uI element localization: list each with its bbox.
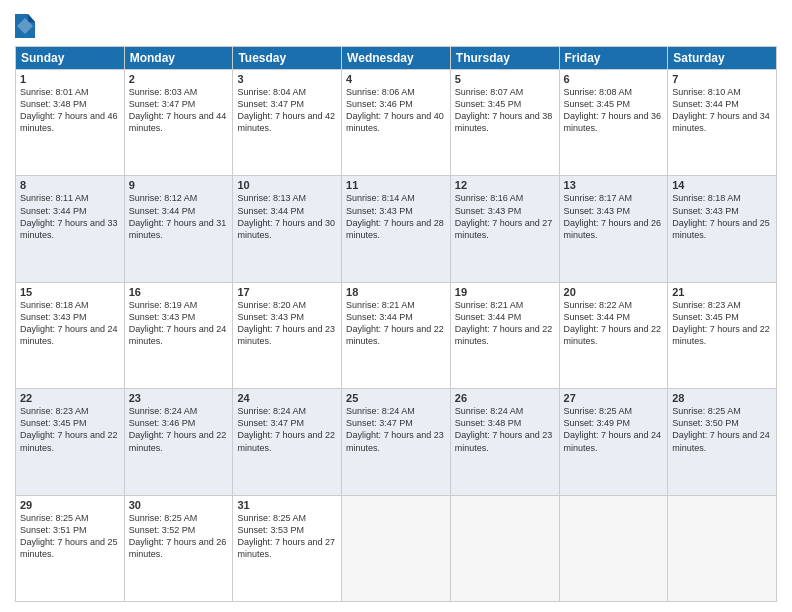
day-info: Sunrise: 8:06 AMSunset: 3:46 PMDaylight:…	[346, 86, 446, 135]
day-number: 29	[20, 499, 120, 511]
day-number: 27	[564, 392, 664, 404]
week-row-3: 15 Sunrise: 8:18 AMSunset: 3:43 PMDaylig…	[16, 282, 777, 388]
day-info: Sunrise: 8:25 AMSunset: 3:50 PMDaylight:…	[672, 405, 772, 454]
col-header-sunday: Sunday	[16, 47, 125, 70]
col-header-tuesday: Tuesday	[233, 47, 342, 70]
header-row: SundayMondayTuesdayWednesdayThursdayFrid…	[16, 47, 777, 70]
day-cell: 31 Sunrise: 8:25 AMSunset: 3:53 PMDaylig…	[233, 495, 342, 601]
day-cell: 13 Sunrise: 8:17 AMSunset: 3:43 PMDaylig…	[559, 176, 668, 282]
day-info: Sunrise: 8:23 AMSunset: 3:45 PMDaylight:…	[672, 299, 772, 348]
day-number: 18	[346, 286, 446, 298]
day-info: Sunrise: 8:03 AMSunset: 3:47 PMDaylight:…	[129, 86, 229, 135]
day-info: Sunrise: 8:07 AMSunset: 3:45 PMDaylight:…	[455, 86, 555, 135]
day-info: Sunrise: 8:04 AMSunset: 3:47 PMDaylight:…	[237, 86, 337, 135]
week-row-2: 8 Sunrise: 8:11 AMSunset: 3:44 PMDayligh…	[16, 176, 777, 282]
day-cell: 22 Sunrise: 8:23 AMSunset: 3:45 PMDaylig…	[16, 389, 125, 495]
day-cell: 23 Sunrise: 8:24 AMSunset: 3:46 PMDaylig…	[124, 389, 233, 495]
day-cell: 12 Sunrise: 8:16 AMSunset: 3:43 PMDaylig…	[450, 176, 559, 282]
day-cell: 3 Sunrise: 8:04 AMSunset: 3:47 PMDayligh…	[233, 70, 342, 176]
day-cell: 27 Sunrise: 8:25 AMSunset: 3:49 PMDaylig…	[559, 389, 668, 495]
day-info: Sunrise: 8:20 AMSunset: 3:43 PMDaylight:…	[237, 299, 337, 348]
day-number: 23	[129, 392, 229, 404]
day-number: 6	[564, 73, 664, 85]
day-info: Sunrise: 8:23 AMSunset: 3:45 PMDaylight:…	[20, 405, 120, 454]
day-number: 16	[129, 286, 229, 298]
day-cell: 14 Sunrise: 8:18 AMSunset: 3:43 PMDaylig…	[668, 176, 777, 282]
day-info: Sunrise: 8:19 AMSunset: 3:43 PMDaylight:…	[129, 299, 229, 348]
day-number: 28	[672, 392, 772, 404]
day-number: 2	[129, 73, 229, 85]
day-info: Sunrise: 8:08 AMSunset: 3:45 PMDaylight:…	[564, 86, 664, 135]
logo	[15, 14, 38, 38]
col-header-friday: Friday	[559, 47, 668, 70]
day-cell: 4 Sunrise: 8:06 AMSunset: 3:46 PMDayligh…	[342, 70, 451, 176]
day-number: 14	[672, 179, 772, 191]
day-number: 15	[20, 286, 120, 298]
day-number: 7	[672, 73, 772, 85]
day-number: 8	[20, 179, 120, 191]
day-cell: 11 Sunrise: 8:14 AMSunset: 3:43 PMDaylig…	[342, 176, 451, 282]
day-number: 5	[455, 73, 555, 85]
day-number: 1	[20, 73, 120, 85]
col-header-saturday: Saturday	[668, 47, 777, 70]
day-cell: 24 Sunrise: 8:24 AMSunset: 3:47 PMDaylig…	[233, 389, 342, 495]
day-info: Sunrise: 8:24 AMSunset: 3:47 PMDaylight:…	[346, 405, 446, 454]
day-info: Sunrise: 8:14 AMSunset: 3:43 PMDaylight:…	[346, 192, 446, 241]
day-cell: 5 Sunrise: 8:07 AMSunset: 3:45 PMDayligh…	[450, 70, 559, 176]
day-number: 26	[455, 392, 555, 404]
day-info: Sunrise: 8:24 AMSunset: 3:46 PMDaylight:…	[129, 405, 229, 454]
day-number: 19	[455, 286, 555, 298]
day-info: Sunrise: 8:18 AMSunset: 3:43 PMDaylight:…	[20, 299, 120, 348]
day-cell: 29 Sunrise: 8:25 AMSunset: 3:51 PMDaylig…	[16, 495, 125, 601]
day-cell: 25 Sunrise: 8:24 AMSunset: 3:47 PMDaylig…	[342, 389, 451, 495]
day-info: Sunrise: 8:18 AMSunset: 3:43 PMDaylight:…	[672, 192, 772, 241]
day-number: 11	[346, 179, 446, 191]
col-header-wednesday: Wednesday	[342, 47, 451, 70]
day-cell: 20 Sunrise: 8:22 AMSunset: 3:44 PMDaylig…	[559, 282, 668, 388]
day-info: Sunrise: 8:21 AMSunset: 3:44 PMDaylight:…	[455, 299, 555, 348]
week-row-5: 29 Sunrise: 8:25 AMSunset: 3:51 PMDaylig…	[16, 495, 777, 601]
day-number: 12	[455, 179, 555, 191]
day-info: Sunrise: 8:12 AMSunset: 3:44 PMDaylight:…	[129, 192, 229, 241]
day-number: 9	[129, 179, 229, 191]
day-info: Sunrise: 8:16 AMSunset: 3:43 PMDaylight:…	[455, 192, 555, 241]
day-cell: 19 Sunrise: 8:21 AMSunset: 3:44 PMDaylig…	[450, 282, 559, 388]
day-info: Sunrise: 8:25 AMSunset: 3:51 PMDaylight:…	[20, 512, 120, 561]
day-number: 20	[564, 286, 664, 298]
day-info: Sunrise: 8:11 AMSunset: 3:44 PMDaylight:…	[20, 192, 120, 241]
calendar: SundayMondayTuesdayWednesdayThursdayFrid…	[15, 46, 777, 602]
day-cell: 26 Sunrise: 8:24 AMSunset: 3:48 PMDaylig…	[450, 389, 559, 495]
week-row-4: 22 Sunrise: 8:23 AMSunset: 3:45 PMDaylig…	[16, 389, 777, 495]
day-cell: 15 Sunrise: 8:18 AMSunset: 3:43 PMDaylig…	[16, 282, 125, 388]
day-number: 31	[237, 499, 337, 511]
logo-icon	[15, 14, 35, 38]
header	[15, 10, 777, 38]
day-cell: 1 Sunrise: 8:01 AMSunset: 3:48 PMDayligh…	[16, 70, 125, 176]
day-number: 13	[564, 179, 664, 191]
day-cell	[559, 495, 668, 601]
col-header-monday: Monday	[124, 47, 233, 70]
day-number: 4	[346, 73, 446, 85]
day-number: 24	[237, 392, 337, 404]
page: SundayMondayTuesdayWednesdayThursdayFrid…	[0, 0, 792, 612]
day-info: Sunrise: 8:25 AMSunset: 3:52 PMDaylight:…	[129, 512, 229, 561]
day-info: Sunrise: 8:10 AMSunset: 3:44 PMDaylight:…	[672, 86, 772, 135]
day-info: Sunrise: 8:21 AMSunset: 3:44 PMDaylight:…	[346, 299, 446, 348]
day-cell	[668, 495, 777, 601]
day-info: Sunrise: 8:25 AMSunset: 3:49 PMDaylight:…	[564, 405, 664, 454]
week-row-1: 1 Sunrise: 8:01 AMSunset: 3:48 PMDayligh…	[16, 70, 777, 176]
col-header-thursday: Thursday	[450, 47, 559, 70]
day-cell: 30 Sunrise: 8:25 AMSunset: 3:52 PMDaylig…	[124, 495, 233, 601]
day-info: Sunrise: 8:17 AMSunset: 3:43 PMDaylight:…	[564, 192, 664, 241]
svg-marker-1	[28, 14, 35, 22]
day-info: Sunrise: 8:01 AMSunset: 3:48 PMDaylight:…	[20, 86, 120, 135]
day-info: Sunrise: 8:25 AMSunset: 3:53 PMDaylight:…	[237, 512, 337, 561]
day-cell: 9 Sunrise: 8:12 AMSunset: 3:44 PMDayligh…	[124, 176, 233, 282]
day-cell: 16 Sunrise: 8:19 AMSunset: 3:43 PMDaylig…	[124, 282, 233, 388]
day-cell: 17 Sunrise: 8:20 AMSunset: 3:43 PMDaylig…	[233, 282, 342, 388]
day-number: 21	[672, 286, 772, 298]
day-info: Sunrise: 8:22 AMSunset: 3:44 PMDaylight:…	[564, 299, 664, 348]
day-number: 22	[20, 392, 120, 404]
day-info: Sunrise: 8:24 AMSunset: 3:47 PMDaylight:…	[237, 405, 337, 454]
day-cell: 21 Sunrise: 8:23 AMSunset: 3:45 PMDaylig…	[668, 282, 777, 388]
